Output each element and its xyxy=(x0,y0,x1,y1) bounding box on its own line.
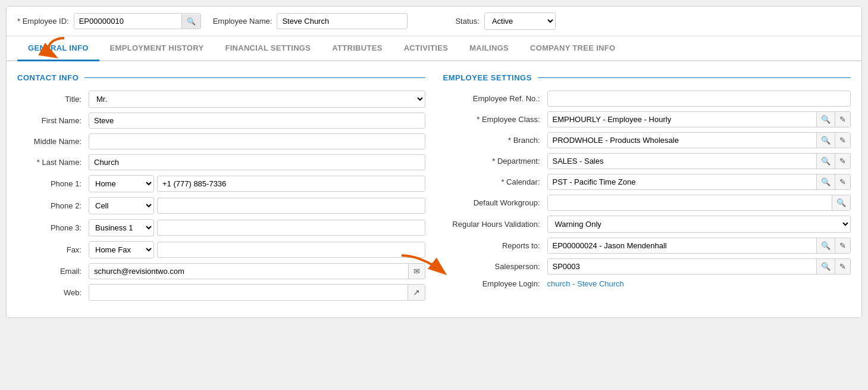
emp-ref-no-input[interactable] xyxy=(547,91,851,107)
phone3-input[interactable] xyxy=(157,220,425,236)
first-name-row: First Name: xyxy=(17,113,425,129)
reports-to-search-btn[interactable]: 🔍 xyxy=(816,238,835,253)
emp-ref-no-label: Employee Ref. No.: xyxy=(443,94,547,103)
search-icon: 🔍 xyxy=(187,17,196,26)
status-select[interactable]: Active Inactive xyxy=(484,13,556,30)
tab-company-tree-info[interactable]: COMPANY TREE INFO xyxy=(519,36,626,61)
employee-login-label: Employee Login: xyxy=(443,279,547,288)
phone1-row: Phone 1: Home Cell Business 1 Business 2 xyxy=(17,175,425,192)
reports-to-row: Reports to: 🔍 ✎ xyxy=(443,238,851,254)
department-row: * Department: 🔍 ✎ xyxy=(443,153,851,169)
salesperson-input[interactable] xyxy=(548,259,817,274)
middle-name-row: Middle Name: xyxy=(17,133,425,149)
email-label: Email: xyxy=(17,267,89,276)
department-edit-btn[interactable]: ✎ xyxy=(835,154,850,169)
tab-employment-history[interactable]: EMPLOYMENT HISTORY xyxy=(99,36,215,61)
web-field-wrapper: ↗ xyxy=(89,284,425,301)
workgroup-row: Default Workgroup: 🔍 xyxy=(443,195,851,211)
fax-row: Fax: Home Fax Business Fax xyxy=(17,241,425,258)
phone3-label: Phone 3: xyxy=(17,223,89,232)
contact-info-divider xyxy=(84,77,425,78)
middle-name-input[interactable] xyxy=(89,133,425,149)
employee-id-input[interactable] xyxy=(74,14,181,29)
workgroup-field-wrapper: 🔍 xyxy=(547,195,851,211)
email-input[interactable] xyxy=(89,264,408,279)
email-field-wrapper: ✉ xyxy=(89,263,425,279)
phone3-controls: Home Cell Business 1 Business 2 xyxy=(89,219,425,236)
emp-class-edit-btn[interactable]: ✎ xyxy=(835,112,850,127)
phone1-label: Phone 1: xyxy=(17,179,89,188)
tab-financial-settings[interactable]: FINANCIAL SETTINGS xyxy=(214,36,321,61)
employee-id-search-btn[interactable]: 🔍 xyxy=(181,14,200,29)
salesperson-search-btn[interactable]: 🔍 xyxy=(816,259,835,274)
email-row: Email: ✉ xyxy=(17,263,425,279)
emp-class-search-btn[interactable]: 🔍 xyxy=(816,112,835,127)
phone2-label: Phone 2: xyxy=(17,201,89,210)
first-name-label: First Name: xyxy=(17,116,89,125)
web-label: Web: xyxy=(17,288,89,297)
fax-type-select[interactable]: Home Fax Business Fax xyxy=(89,241,154,258)
external-link-icon[interactable]: ↗ xyxy=(408,285,425,300)
middle-name-label: Middle Name: xyxy=(17,137,89,146)
phone2-controls: Home Cell Business 1 Business 2 xyxy=(89,197,425,214)
tabs-bar: GENERAL INFO EMPLOYMENT HISTORY FINANCIA… xyxy=(7,36,861,61)
phone3-type-select[interactable]: Home Cell Business 1 Business 2 xyxy=(89,219,154,236)
tab-general-info[interactable]: GENERAL INFO xyxy=(17,36,99,61)
phone1-input[interactable] xyxy=(157,176,425,192)
tab-activities[interactable]: ACTIVITIES xyxy=(393,36,459,61)
employee-name-row: Employee Name: xyxy=(213,13,408,29)
last-name-label: * Last Name: xyxy=(17,158,89,167)
emp-class-input[interactable] xyxy=(548,112,817,127)
web-input[interactable] xyxy=(89,285,408,300)
phone1-type-select[interactable]: Home Cell Business 1 Business 2 xyxy=(89,175,154,192)
phone2-row: Phone 2: Home Cell Business 1 Business 2 xyxy=(17,197,425,214)
title-select[interactable]: Mr. Mrs. Ms. Dr. xyxy=(89,91,425,108)
calendar-input[interactable] xyxy=(548,174,817,189)
branch-field-wrapper: 🔍 ✎ xyxy=(547,132,851,148)
employee-settings-header: EMPLOYEE SETTINGS xyxy=(443,73,851,82)
branch-edit-btn[interactable]: ✎ xyxy=(835,133,850,148)
employee-name-label: Employee Name: xyxy=(213,17,272,26)
reg-hours-row: Regular Hours Validation: Warning Only E… xyxy=(443,216,851,233)
calendar-row: * Calendar: 🔍 ✎ xyxy=(443,174,851,190)
department-input[interactable] xyxy=(548,154,817,169)
reports-to-edit-btn[interactable]: ✎ xyxy=(835,238,850,253)
employee-settings-divider xyxy=(538,77,851,78)
workgroup-label: Default Workgroup: xyxy=(443,198,547,207)
employee-id-label: * Employee ID: xyxy=(17,17,69,26)
phone3-row: Phone 3: Home Cell Business 1 Business 2 xyxy=(17,219,425,236)
reports-to-field-wrapper: 🔍 ✎ xyxy=(547,238,851,254)
title-label: Title: xyxy=(17,95,89,104)
branch-search-btn[interactable]: 🔍 xyxy=(816,133,835,148)
tab-mailings[interactable]: MAILINGS xyxy=(459,36,519,61)
salesperson-field-wrapper: 🔍 ✎ xyxy=(547,258,851,274)
employee-settings-title: EMPLOYEE SETTINGS xyxy=(443,73,532,82)
employee-login-row: Employee Login: church - Steve Church xyxy=(443,279,851,288)
email-icon[interactable]: ✉ xyxy=(408,264,425,279)
top-bar: * Employee ID: 🔍 Employee Name: Status: … xyxy=(7,7,861,36)
phone2-input[interactable] xyxy=(157,198,425,214)
employee-settings-section: EMPLOYEE SETTINGS Employee Ref. No.: * E… xyxy=(443,73,851,305)
branch-row: * Branch: 🔍 ✎ xyxy=(443,132,851,148)
phone2-type-select[interactable]: Home Cell Business 1 Business 2 xyxy=(89,197,154,214)
calendar-edit-btn[interactable]: ✎ xyxy=(835,174,850,189)
emp-class-field-wrapper: 🔍 ✎ xyxy=(547,111,851,127)
calendar-search-btn[interactable]: 🔍 xyxy=(816,174,835,189)
employee-login-link[interactable]: church - Steve Church xyxy=(547,279,624,288)
department-search-btn[interactable]: 🔍 xyxy=(816,154,835,169)
contact-info-header: CONTACT INFO xyxy=(17,73,425,82)
first-name-input[interactable] xyxy=(89,113,425,129)
branch-input[interactable] xyxy=(548,133,817,148)
emp-ref-no-row: Employee Ref. No.: xyxy=(443,91,851,107)
title-row: Title: Mr. Mrs. Ms. Dr. xyxy=(17,91,425,108)
reports-to-input[interactable] xyxy=(548,238,817,253)
fax-input[interactable] xyxy=(157,242,425,258)
tab-attributes[interactable]: ATTRIBUTES xyxy=(321,36,393,61)
department-field-wrapper: 🔍 ✎ xyxy=(547,153,851,169)
employee-name-input[interactable] xyxy=(277,13,408,29)
salesperson-edit-btn[interactable]: ✎ xyxy=(835,259,850,274)
workgroup-input[interactable] xyxy=(548,195,832,210)
last-name-input[interactable] xyxy=(89,154,425,170)
workgroup-search-btn[interactable]: 🔍 xyxy=(832,195,850,210)
reg-hours-select[interactable]: Warning Only Error None xyxy=(547,216,851,233)
